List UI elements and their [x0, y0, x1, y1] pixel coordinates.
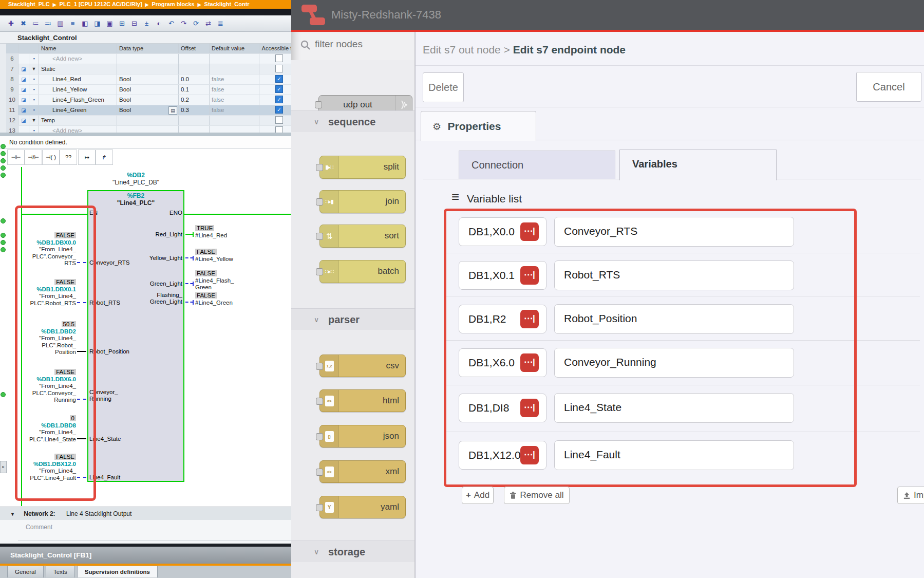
toolbar-icon[interactable]: ⊟ — [129, 18, 139, 28]
palette-node-json[interactable]: {} json — [319, 425, 406, 448]
panel-expander[interactable]: ▸ — [0, 461, 7, 473]
annotation-rect — [15, 206, 96, 501]
node-port[interactable] — [316, 504, 323, 511]
toolbar-icon[interactable]: ≡ — [68, 18, 78, 28]
palette-node-join[interactable]: ∷▸▮ join — [319, 190, 406, 213]
lad-coil-icon[interactable]: ⊣( ) — [42, 150, 60, 165]
tab-supervision-definitions[interactable]: Supervision definitions — [77, 566, 158, 577]
category-header-parser[interactable]: ∨ parser — [291, 308, 415, 331]
tab-variables[interactable]: Variables — [619, 150, 777, 180]
table-row[interactable]: 10 ◪ ▪ Line4_Flash_Green Bool 0.2 false … — [6, 95, 299, 105]
checkbox[interactable]: ✓ — [275, 106, 283, 114]
checkbox[interactable] — [275, 54, 283, 62]
operand[interactable]: FALSE #Line4_Flash_Green — [195, 270, 267, 291]
col-default[interactable]: Default value — [210, 44, 259, 53]
wire-tick — [193, 300, 194, 305]
palette-node-batch[interactable]: ∷▸∷ batch — [319, 260, 406, 283]
table-row-selected[interactable]: 11 ◪ ▪ Line4_Green Bool ▤ 0.3 false ✓ — [6, 105, 299, 116]
upload-icon — [903, 492, 911, 499]
palette-node-csv[interactable]: 1,2 csv — [319, 355, 406, 377]
add-variable-button[interactable]: +Add — [462, 487, 494, 504]
screen: Stacklight_PLC▶PLC_1 [CPU 1212C AC/DC/Rl… — [0, 0, 924, 578]
checkbox[interactable] — [275, 116, 283, 124]
breadcrumb-parent[interactable]: Edit s7 out node — [423, 44, 501, 55]
breadcrumb-item[interactable]: Program blocks — [152, 1, 195, 7]
palette-node-yaml[interactable]: Y yaml — [319, 496, 406, 518]
checkbox[interactable]: ✓ — [275, 85, 283, 93]
toolbar-icon[interactable]: ▥ — [55, 18, 65, 28]
datatype-dropdown-button[interactable]: ▤ — [168, 106, 177, 115]
toolbar-icon[interactable]: ↶ — [166, 18, 176, 28]
toolbar-icon[interactable]: ↷ — [179, 18, 188, 28]
operand[interactable]: FALSE #Line4_Green — [195, 292, 267, 306]
node-port[interactable] — [316, 469, 323, 476]
palette-node-split[interactable]: ▮▸∷ split — [319, 156, 406, 179]
lad-branch-icon[interactable]: ↦ — [78, 150, 96, 165]
col-name[interactable]: Name — [39, 44, 117, 53]
table-row[interactable]: 7 ◪ ▼ Static — [6, 64, 299, 74]
toolbar-icon[interactable]: ≕ — [43, 18, 53, 28]
comment-placeholder[interactable]: Comment — [0, 520, 299, 531]
breadcrumb-item[interactable]: Stacklight_Contr — [204, 1, 250, 7]
cancel-button[interactable]: Cancel — [856, 72, 921, 102]
tab-general[interactable]: General — [7, 566, 44, 577]
palette-search[interactable] — [291, 32, 415, 61]
collapse-icon[interactable]: ▼ — [29, 116, 39, 125]
operand[interactable]: FALSE #Line4_Yellow — [195, 249, 267, 263]
node-port[interactable] — [316, 198, 323, 206]
toolbar-icon[interactable]: ± — [142, 18, 152, 28]
wire — [185, 234, 193, 235]
lad-emptybox-icon[interactable]: ?? — [60, 150, 77, 165]
lad-ncontact-icon[interactable]: ⊣/⊢ — [25, 150, 42, 165]
breadcrumb-item[interactable]: PLC_1 [CPU 1212C AC/DC/Rly] — [60, 1, 142, 7]
toolbar-icon[interactable]: ≣ — [216, 18, 225, 28]
node-port[interactable] — [316, 164, 323, 171]
import-button[interactable]: Imp — [897, 487, 924, 504]
toolbar-icon[interactable]: ≔ — [31, 18, 41, 28]
network-header[interactable]: ▼ Network 2: Line 4 Stacklight Output — [0, 507, 299, 520]
toolbar-icon[interactable]: ◐ — [154, 18, 164, 28]
node-port[interactable] — [316, 233, 323, 240]
table-row[interactable]: 6 ▪ <Add new> — [6, 54, 299, 64]
toolbar-icon[interactable]: ⟳ — [191, 18, 201, 28]
node-port[interactable] — [316, 363, 323, 370]
delete-button[interactable]: Delete — [423, 72, 464, 102]
toolbar-icon[interactable]: ✚ — [6, 18, 16, 28]
comment-row[interactable]: Comment — [0, 520, 299, 544]
tab-properties[interactable]: ⚙ Properties — [421, 111, 536, 141]
col-offset[interactable]: Offset — [179, 44, 210, 53]
toolb[interactable]: ◨ — [92, 18, 102, 28]
node-port[interactable] — [316, 433, 323, 440]
toolbar-icon[interactable]: ◧ — [80, 18, 90, 28]
operand[interactable]: TRUE #Line4_Red — [195, 225, 267, 239]
palette-node-html[interactable]: <> html — [319, 389, 406, 412]
table-row[interactable]: 8 ◪ ▪ Line4_Red Bool 0.0 false ✓ — [6, 74, 299, 85]
toolbar-icon[interactable]: ✖ — [18, 18, 28, 28]
node-port[interactable] — [316, 398, 323, 405]
palette-node-sort[interactable]: ⇅ sort — [319, 225, 406, 248]
node-port[interactable] — [316, 268, 323, 275]
toolbar-icon[interactable]: ⊞ — [117, 18, 127, 28]
collapse-icon[interactable]: ▼ — [10, 512, 15, 517]
table-row[interactable]: 12 ◪ ▼ Temp — [6, 116, 299, 126]
node-port[interactable] — [315, 101, 322, 108]
toolbar-icon[interactable]: ▣ — [105, 18, 115, 28]
category-header-storage[interactable]: ∨ storage — [291, 540, 415, 563]
tab-connection[interactable]: Connection — [459, 151, 615, 179]
category-header-sequence[interactable]: ∨ sequence — [291, 110, 415, 133]
filter-nodes-input[interactable] — [314, 38, 408, 50]
lad-rung-icon[interactable]: ↱ — [96, 150, 113, 165]
table-row[interactable]: 9 ◪ ▪ Line4_Yellow Bool 0.1 false ✓ — [6, 85, 299, 95]
lad-contact-icon[interactable]: ⊣⊢ — [7, 150, 25, 165]
tab-texts[interactable]: Texts — [46, 566, 75, 577]
breadcrumb-item[interactable]: Stacklight_PLC — [8, 1, 50, 7]
breadcrumb[interactable]: Stacklight_PLC▶PLC_1 [CPU 1212C AC/DC/Rl… — [0, 0, 299, 9]
collapse-icon[interactable]: ▼ — [29, 64, 39, 74]
col-datatype[interactable]: Data type — [117, 44, 179, 53]
checkbox[interactable] — [275, 65, 283, 72]
palette-node-xml[interactable]: <> xml — [319, 460, 406, 483]
toolbar-icon[interactable]: ⇄ — [203, 18, 213, 28]
checkbox[interactable]: ✓ — [275, 96, 283, 103]
checkbox[interactable]: ✓ — [275, 75, 283, 83]
remove-all-button[interactable]: Remove all — [504, 487, 570, 504]
